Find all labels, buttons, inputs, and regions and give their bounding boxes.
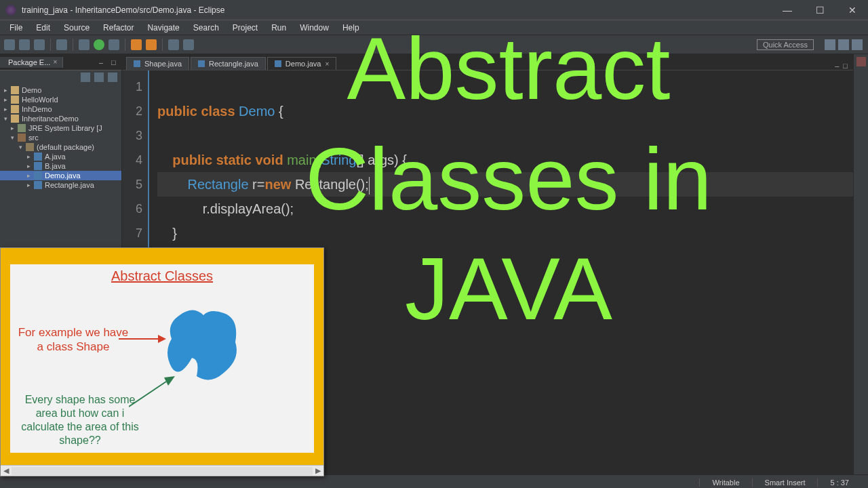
- slide-text-red: For example we have a class Shape: [16, 325, 131, 354]
- quick-access[interactable]: Quick Access: [757, 39, 814, 50]
- open-type-icon[interactable]: [168, 39, 179, 50]
- tree-item[interactable]: A.java: [45, 152, 66, 161]
- project-icon: [11, 105, 19, 113]
- close-tab-icon[interactable]: ×: [325, 60, 329, 68]
- java-file-icon: [34, 152, 42, 161]
- save-all-icon[interactable]: [34, 39, 45, 50]
- tree-item[interactable]: InheritanceDemo: [22, 115, 79, 123]
- package-explorer-label: Package E...: [8, 58, 50, 66]
- right-gutter: [853, 54, 868, 474]
- scroll-right-icon[interactable]: ▶: [313, 466, 323, 475]
- menu-run[interactable]: Run: [264, 22, 293, 34]
- menu-edit[interactable]: Edit: [29, 22, 57, 34]
- new-icon[interactable]: [4, 39, 15, 50]
- perspective-debug-icon[interactable]: [838, 39, 849, 50]
- editor-tab-rectangle[interactable]: Rectangle.java: [191, 57, 266, 70]
- menu-help[interactable]: Help: [336, 22, 366, 34]
- editor-maximize-icon[interactable]: □: [843, 62, 848, 70]
- editor-minimize-icon[interactable]: –: [835, 62, 839, 70]
- close-button[interactable]: ✕: [842, 5, 863, 16]
- coverage-icon[interactable]: [108, 39, 119, 50]
- new-package-icon[interactable]: [131, 39, 142, 50]
- java-file-icon: [198, 60, 205, 67]
- search-icon[interactable]: [183, 39, 194, 50]
- build-icon[interactable]: [56, 39, 67, 50]
- tree-item[interactable]: InhDemo: [22, 105, 52, 113]
- minimize-button[interactable]: —: [777, 5, 797, 16]
- run-icon[interactable]: [94, 39, 104, 50]
- eclipse-icon: [5, 5, 16, 16]
- save-icon[interactable]: [19, 39, 30, 50]
- editor-tab-shape[interactable]: Shape.java: [126, 57, 189, 70]
- maximize-button[interactable]: ☐: [810, 5, 830, 16]
- java-file-icon: [134, 60, 140, 67]
- scroll-left-icon[interactable]: ◀: [1, 466, 12, 475]
- status-bar: Writable Smart Insert 5 : 37: [0, 474, 868, 488]
- java-file-icon: [34, 162, 42, 170]
- menu-search[interactable]: Search: [186, 22, 226, 34]
- status-cursor-pos: 5 : 37: [817, 479, 861, 487]
- tab-label: Rectangle.java: [209, 60, 258, 68]
- status-insert-mode: Smart Insert: [752, 479, 818, 487]
- menu-refactor[interactable]: Refactor: [96, 22, 140, 34]
- perspective-java-icon[interactable]: [825, 39, 835, 50]
- window-title: training_java - InheritanceDemo/src/Demo…: [22, 5, 777, 15]
- java-file-icon: [34, 181, 42, 189]
- tab-label: Shape.java: [144, 60, 182, 68]
- tree-item[interactable]: Demo: [22, 86, 41, 94]
- slide-scrollbar[interactable]: ◀ ▶: [1, 465, 323, 476]
- menu-project[interactable]: Project: [226, 22, 264, 34]
- slide-overlay: Abstract Classes For example we have a c…: [0, 247, 324, 476]
- library-icon: [18, 124, 26, 132]
- view-minimize-icon[interactable]: –: [99, 58, 107, 66]
- new-class-icon[interactable]: [146, 39, 157, 50]
- package-icon: [26, 143, 34, 151]
- debug-icon[interactable]: [79, 39, 90, 50]
- tree-item[interactable]: HelloWorld: [22, 96, 58, 104]
- main-toolbar: Quick Access: [0, 35, 868, 54]
- text-cursor: [369, 177, 370, 195]
- menu-file[interactable]: File: [3, 22, 29, 34]
- perspective-other-icon[interactable]: [852, 39, 863, 50]
- tree-item[interactable]: Demo.java: [45, 171, 81, 180]
- menu-window[interactable]: Window: [293, 22, 336, 34]
- svg-marker-3: [164, 376, 175, 386]
- status-writable: Writable: [699, 479, 751, 487]
- svg-marker-1: [158, 335, 166, 343]
- collapse-all-icon[interactable]: [81, 73, 90, 82]
- menu-source[interactable]: Source: [57, 22, 96, 34]
- view-menu-icon[interactable]: [108, 73, 117, 82]
- folder-icon: [18, 134, 26, 142]
- slide-text-green: Every shape has some area but how can i …: [16, 393, 144, 447]
- editor-tab-demo[interactable]: Demo.java×: [267, 57, 336, 70]
- java-file-icon: [34, 171, 42, 180]
- link-editor-icon[interactable]: [94, 73, 104, 82]
- project-icon: [11, 86, 19, 94]
- tab-label: Demo.java: [285, 60, 321, 68]
- java-file-icon: [275, 60, 281, 67]
- slide-title: Abstract Classes: [10, 264, 314, 284]
- tree-item[interactable]: JRE System Library [J: [28, 124, 102, 132]
- tree-item[interactable]: (default package): [37, 143, 94, 151]
- package-explorer-tab[interactable]: Package E... ×: [0, 57, 63, 68]
- tree-item[interactable]: src: [28, 134, 39, 142]
- tree-item[interactable]: Rectangle.java: [45, 181, 94, 189]
- menu-bar: File Edit Source Refactor Navigate Searc…: [0, 20, 868, 35]
- close-view-icon[interactable]: ×: [53, 58, 57, 66]
- title-bar: training_java - InheritanceDemo/src/Demo…: [0, 0, 868, 20]
- menu-navigate[interactable]: Navigate: [140, 22, 186, 34]
- tree-item[interactable]: B.java: [45, 162, 66, 170]
- shape-blob-icon: [159, 305, 248, 386]
- project-icon: [11, 96, 19, 104]
- outline-marker-icon[interactable]: [856, 57, 866, 66]
- view-maximize-icon[interactable]: □: [111, 58, 119, 66]
- project-icon: [11, 115, 19, 123]
